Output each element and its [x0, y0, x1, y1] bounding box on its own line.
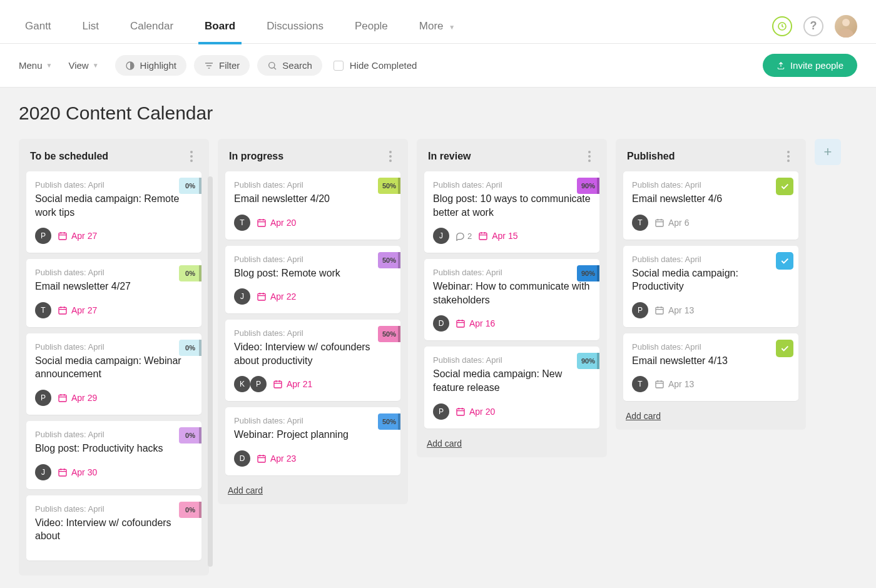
- task-card[interactable]: Publish dates: April Email newsletter 4/…: [623, 333, 798, 402]
- tab-gantt[interactable]: Gantt: [19, 9, 58, 44]
- due-date: Apr 21: [273, 379, 312, 389]
- search-icon: [267, 61, 277, 71]
- due-date: Apr 23: [257, 454, 296, 464]
- highlight-button[interactable]: Highlight: [115, 55, 186, 76]
- hide-completed-toggle[interactable]: Hide Completed: [334, 60, 417, 71]
- card-title: Webinar: How to communicate with stakeho…: [433, 280, 591, 307]
- task-card[interactable]: 90% Publish dates: April Social media ca…: [424, 347, 599, 428]
- view-dropdown[interactable]: View▼: [68, 60, 98, 71]
- assignee-avatar: J: [433, 228, 449, 244]
- card-footer: JApr 30: [35, 464, 193, 480]
- menu-dropdown[interactable]: Menu▼: [19, 60, 52, 71]
- tab-list[interactable]: List: [76, 9, 105, 44]
- card-meta: Publish dates: April: [35, 430, 193, 439]
- due-date: Apr 29: [58, 393, 97, 403]
- card-meta: Publish dates: April: [433, 180, 591, 190]
- card-footer: PApr 29: [35, 390, 193, 406]
- due-date: Apr 20: [257, 218, 296, 228]
- card-meta: Publish dates: April: [433, 268, 591, 277]
- card-title: Email newsletter 4/6: [632, 192, 790, 206]
- tab-discussions[interactable]: Discussions: [260, 9, 330, 44]
- invite-people-button[interactable]: Invite people: [763, 54, 857, 77]
- task-card[interactable]: 50% Publish dates: April Blog post: Remo…: [225, 246, 400, 314]
- tab-more[interactable]: More ▼: [413, 9, 461, 44]
- column-menu-icon[interactable]: [384, 150, 397, 163]
- task-card[interactable]: Publish dates: April Social media campai…: [623, 246, 798, 327]
- card-meta: Publish dates: April: [35, 342, 193, 352]
- activity-icon[interactable]: [772, 16, 792, 36]
- card-title: Email newsletter 4/20: [234, 192, 392, 206]
- progress-badge: 90%: [577, 265, 599, 281]
- tab-board[interactable]: Board: [198, 9, 242, 44]
- card-footer: TApr 6: [632, 215, 790, 231]
- task-card[interactable]: 0% Publish dates: April Blog post: Produ…: [26, 421, 201, 489]
- assignee-avatar: D: [433, 315, 449, 332]
- task-card[interactable]: 90% Publish dates: April Webinar: How to…: [424, 259, 599, 340]
- column-header: In review: [424, 148, 599, 171]
- column-scrollbar[interactable]: [208, 176, 213, 567]
- help-icon[interactable]: ?: [803, 16, 823, 36]
- column-title: In progress: [229, 151, 283, 162]
- progress-badge: 90%: [577, 353, 599, 369]
- card-meta: Publish dates: April: [234, 255, 392, 264]
- column-menu-icon[interactable]: [185, 150, 198, 163]
- column-menu-icon[interactable]: [583, 150, 596, 163]
- progress-badge: 0%: [179, 265, 201, 281]
- caret-down-icon: ▼: [93, 62, 99, 69]
- contrast-icon: [125, 61, 135, 71]
- toolbar: Menu▼ View▼ Highlight Filter Search Hide…: [0, 44, 876, 88]
- column-header: Published: [623, 148, 798, 171]
- checkbox-icon: [334, 61, 344, 71]
- due-date: Apr 27: [58, 231, 97, 241]
- status-done-badge: [776, 252, 793, 270]
- caret-down-icon: ▼: [449, 24, 455, 31]
- svg-rect-13: [457, 408, 464, 415]
- card-footer: DApr 16: [433, 315, 591, 332]
- search-button[interactable]: Search: [257, 55, 322, 76]
- svg-rect-11: [479, 233, 487, 240]
- task-card[interactable]: 50% Publish dates: April Email newslette…: [225, 171, 400, 240]
- status-done-badge: [776, 340, 793, 357]
- top-right: ?: [772, 15, 857, 38]
- card-footer: DApr 23: [234, 450, 392, 467]
- add-card-link[interactable]: Add card: [623, 407, 798, 421]
- card-meta: Publish dates: April: [632, 342, 790, 352]
- add-column-button[interactable]: +: [815, 139, 841, 165]
- card-footer: TApr 27: [35, 302, 193, 318]
- due-date: Apr 30: [58, 467, 97, 477]
- user-avatar[interactable]: [835, 15, 857, 38]
- assignee-avatar: T: [632, 215, 648, 231]
- task-card[interactable]: 0% Publish dates: April Social media cam…: [26, 171, 201, 253]
- column-title: Published: [627, 151, 675, 162]
- card-title: Email newsletter 4/13: [632, 354, 790, 368]
- task-card[interactable]: 0% Publish dates: April Video: Interview…: [26, 495, 201, 560]
- task-card[interactable]: Publish dates: April Email newsletter 4/…: [623, 171, 798, 240]
- tab-calendar[interactable]: Calendar: [124, 9, 180, 44]
- progress-badge: 50%: [378, 413, 400, 430]
- task-card[interactable]: 50% Publish dates: April Video: Intervie…: [225, 320, 400, 401]
- card-meta: Publish dates: April: [234, 328, 392, 338]
- task-card[interactable]: 0% Publish dates: April Social media cam…: [26, 333, 201, 415]
- card-title: Blog post: Productivity hacks: [35, 442, 193, 455]
- page-title: 2020 Content Calendar: [19, 103, 857, 124]
- progress-badge: 0%: [179, 502, 201, 518]
- tab-people[interactable]: People: [349, 9, 394, 44]
- task-card[interactable]: 90% Publish dates: April Blog post: 10 w…: [424, 171, 599, 253]
- task-card[interactable]: 0% Publish dates: April Email newsletter…: [26, 259, 201, 327]
- filter-button[interactable]: Filter: [194, 55, 250, 76]
- filter-icon: [204, 61, 214, 71]
- due-date: Apr 15: [478, 231, 517, 241]
- progress-badge: 0%: [179, 178, 201, 194]
- due-date: Apr 27: [58, 305, 97, 315]
- add-card-link[interactable]: Add card: [424, 435, 599, 449]
- assignee-avatar: P: [632, 302, 648, 318]
- view-tabs: Gantt List Calendar Board Discussions Pe…: [0, 0, 876, 44]
- add-card-link[interactable]: Add card: [225, 482, 400, 495]
- task-card[interactable]: 50% Publish dates: April Webinar: Projec…: [225, 407, 400, 475]
- card-meta: Publish dates: April: [35, 268, 193, 277]
- progress-badge: 0%: [179, 427, 201, 444]
- card-title: Social media campaign: Remote work tips: [35, 192, 193, 219]
- svg-rect-10: [258, 455, 265, 462]
- column-menu-icon[interactable]: [782, 150, 795, 163]
- due-date: Apr 6: [654, 218, 689, 228]
